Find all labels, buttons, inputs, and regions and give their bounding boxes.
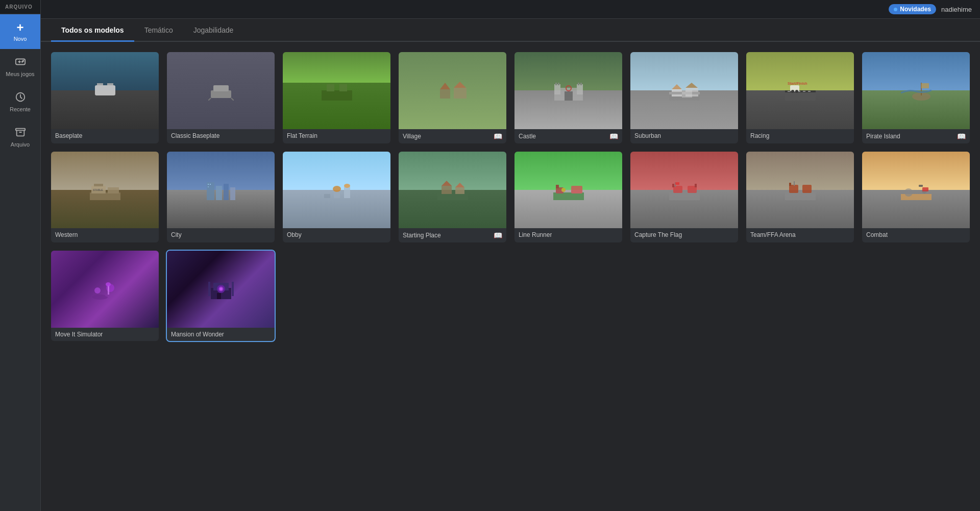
book-icon-pirate-island: 📖 bbox=[957, 132, 966, 140]
gamepad-icon bbox=[15, 56, 26, 69]
svg-rect-48 bbox=[207, 182, 214, 200]
svg-rect-72 bbox=[672, 184, 674, 187]
sidebar-item-arquivo[interactable]: Arquivo bbox=[0, 119, 40, 155]
card-thumb-starting-place bbox=[399, 152, 506, 229]
template-card-castle[interactable]: Castle📖 bbox=[514, 52, 622, 143]
svg-rect-46 bbox=[94, 184, 103, 186]
book-icon-castle: 📖 bbox=[609, 132, 618, 140]
template-card-mansion-of-wonder[interactable]: Mansion of Wonder bbox=[167, 251, 275, 341]
template-card-obby[interactable]: Obby bbox=[283, 152, 390, 243]
sidebar-item-new-label: Novo bbox=[14, 36, 27, 42]
tab-jogabilidade[interactable]: Jogabilidade bbox=[183, 19, 244, 42]
template-card-move-it-simulator[interactable]: Move It Simulator bbox=[51, 251, 159, 341]
card-label-baseplate: Baseplate bbox=[51, 129, 159, 142]
svg-rect-77 bbox=[785, 192, 816, 200]
novidades-badge[interactable]: Novidades bbox=[889, 4, 936, 14]
svg-point-89 bbox=[94, 287, 101, 294]
header-bar: Novidades nadiehime bbox=[41, 0, 980, 19]
svg-rect-65 bbox=[553, 192, 584, 200]
svg-rect-12 bbox=[339, 84, 347, 91]
card-label-racing: Racing bbox=[746, 129, 854, 142]
template-card-line-runner[interactable]: Line Runner bbox=[514, 152, 622, 243]
svg-text:Start/Finish: Start/Finish bbox=[788, 82, 807, 85]
template-card-pirate-island[interactable]: Pirate Island📖 bbox=[862, 52, 970, 143]
svg-rect-61 bbox=[442, 186, 452, 194]
template-card-racing[interactable]: Start/Finish Racing bbox=[746, 52, 854, 143]
book-icon-village: 📖 bbox=[494, 132, 502, 140]
sidebar-item-mygames-label: Meus jogos bbox=[6, 71, 34, 77]
tab-tematico[interactable]: Temático bbox=[134, 19, 183, 42]
svg-point-92 bbox=[106, 282, 111, 286]
template-card-capture-the-flag[interactable]: Capture The Flag bbox=[630, 152, 738, 243]
svg-rect-33 bbox=[785, 91, 816, 101]
svg-rect-49 bbox=[216, 186, 222, 200]
card-label-village: Village📖 bbox=[399, 129, 506, 143]
template-card-classic-baseplate[interactable]: Classic Baseplate bbox=[167, 52, 275, 143]
svg-rect-78 bbox=[789, 185, 798, 193]
svg-rect-13 bbox=[440, 89, 450, 99]
svg-line-9 bbox=[231, 98, 234, 101]
svg-rect-86 bbox=[922, 187, 928, 191]
svg-rect-85 bbox=[919, 185, 923, 187]
svg-marker-14 bbox=[440, 83, 450, 89]
svg-text:STABLE: STABLE bbox=[93, 188, 103, 191]
sidebar-item-recent-label: Recente bbox=[10, 106, 31, 112]
card-label-castle: Castle📖 bbox=[514, 129, 622, 143]
svg-rect-15 bbox=[454, 88, 467, 99]
svg-marker-30 bbox=[685, 83, 698, 88]
sidebar-item-arquivo-label: Arquivo bbox=[11, 141, 30, 148]
card-thumb-suburban bbox=[630, 52, 738, 129]
card-thumb-village bbox=[399, 52, 506, 129]
card-thumb-western: STABLE bbox=[51, 152, 159, 229]
svg-rect-53 bbox=[210, 184, 211, 185]
sidebar: ARQUIVO + Novo Meus jogos Recente bbox=[0, 0, 41, 511]
template-card-starting-place[interactable]: Starting Place📖 bbox=[399, 152, 506, 243]
svg-rect-19 bbox=[577, 84, 583, 94]
svg-rect-70 bbox=[669, 192, 700, 200]
sidebar-item-recent[interactable]: Recente bbox=[0, 84, 40, 119]
card-label-line-runner: Line Runner bbox=[514, 228, 622, 241]
svg-rect-80 bbox=[802, 185, 812, 193]
svg-rect-76 bbox=[675, 182, 679, 185]
svg-point-88 bbox=[105, 294, 117, 298]
template-card-flat-terrain[interactable]: Flat Terrain bbox=[283, 52, 390, 143]
template-card-baseplate[interactable]: Baseplate bbox=[51, 52, 159, 143]
svg-rect-67 bbox=[556, 185, 559, 188]
svg-rect-22 bbox=[578, 83, 579, 85]
svg-rect-4 bbox=[15, 129, 24, 131]
svg-point-83 bbox=[904, 188, 913, 197]
svg-rect-79 bbox=[789, 183, 791, 186]
svg-rect-24 bbox=[565, 91, 573, 101]
svg-rect-10 bbox=[322, 90, 352, 101]
svg-rect-58 bbox=[344, 187, 350, 198]
archive-icon bbox=[15, 127, 26, 139]
template-card-combat[interactable]: Combat bbox=[862, 152, 970, 243]
card-label-text-pirate-island: Pirate Island bbox=[866, 133, 900, 140]
svg-rect-20 bbox=[555, 83, 557, 85]
template-card-team-ffa-arena[interactable]: Team/FFA Arena bbox=[746, 152, 854, 243]
template-card-suburban[interactable]: Suburban bbox=[630, 52, 738, 143]
card-thumb-city bbox=[167, 152, 275, 229]
card-label-classic-baseplate: Classic Baseplate bbox=[167, 129, 275, 142]
svg-marker-62 bbox=[442, 181, 452, 186]
card-thumb-racing: Start/Finish bbox=[746, 52, 854, 129]
svg-point-38 bbox=[795, 90, 798, 93]
card-label-western: Western bbox=[51, 228, 159, 241]
template-card-village[interactable]: Village📖 bbox=[399, 52, 506, 143]
tab-todos[interactable]: Todos os modelos bbox=[51, 19, 134, 42]
svg-rect-6 bbox=[211, 90, 231, 98]
card-thumb-pirate-island bbox=[862, 52, 970, 129]
svg-marker-16 bbox=[454, 82, 466, 88]
svg-point-59 bbox=[344, 184, 350, 188]
svg-rect-100 bbox=[217, 293, 221, 299]
template-card-western[interactable]: STABLE Western bbox=[51, 152, 159, 243]
card-label-text-classic-baseplate: Classic Baseplate bbox=[171, 132, 219, 139]
sidebar-item-my-games[interactable]: Meus jogos bbox=[0, 49, 40, 84]
svg-rect-32 bbox=[682, 90, 692, 98]
svg-rect-54 bbox=[208, 186, 209, 187]
sidebar-item-new[interactable]: + Novo bbox=[0, 14, 40, 49]
main-panel: Novidades nadiehime Todos os modelos Tem… bbox=[41, 0, 980, 511]
svg-marker-64 bbox=[455, 183, 464, 187]
svg-rect-18 bbox=[554, 84, 560, 94]
template-card-city[interactable]: City bbox=[167, 152, 275, 243]
